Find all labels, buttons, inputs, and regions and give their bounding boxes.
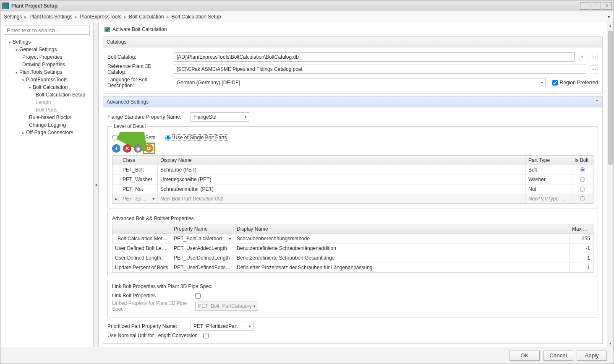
tree-item-drawing-properties[interactable]: Drawing Properties [4, 61, 90, 68]
cell-class[interactable]: PET_Sp...▾ [120, 194, 158, 203]
maximize-button[interactable]: □ [591, 2, 601, 10]
flange-value: FlangeStd [193, 114, 217, 120]
close-button[interactable]: ✕ [602, 2, 612, 10]
scrollbar-thumb[interactable] [608, 31, 613, 165]
scroll-up-icon[interactable]: ▴ [607, 22, 614, 29]
cell-label: User Defined Bolt Length: [112, 244, 171, 253]
collapse-icon[interactable]: ⌃ [595, 99, 599, 105]
tree-item-boltcalc[interactable]: Bolt Calculation [4, 83, 90, 91]
radio-single[interactable]: Use of Single Bolt Parts [165, 134, 228, 141]
view-row-button[interactable]: ◉ [134, 144, 142, 153]
col-propname[interactable]: Property Name [171, 224, 234, 234]
table-row[interactable]: PET_Nut Schraubenmutter (PET) Nut [112, 185, 593, 194]
table-row[interactable]: PET_Washer Unterlegscheibe (PET) Washer [112, 175, 593, 185]
cell-isbolt[interactable] [572, 165, 593, 174]
bolt-catalog-field[interactable]: [AD]\PlantExpressTools\BoltCalculation\B… [174, 52, 575, 62]
breadcrumb-item[interactable]: Bolt Calculation [129, 14, 164, 20]
region-preferred-label: Region Preferred [560, 80, 598, 86]
table-row-new[interactable]: ▸ PET_Sp...▾ New Bolt Part Definition 00… [112, 194, 593, 203]
breadcrumb-item[interactable]: Settings [4, 14, 22, 20]
table-row[interactable]: Bolt Calculation Method: PET_BoltCalcMet… [112, 234, 593, 244]
col-parttype[interactable]: Part Type [526, 156, 572, 165]
col-isbolt[interactable]: Is Bolt [572, 156, 593, 165]
scroll-down-icon[interactable]: ▾ [607, 340, 614, 347]
apply-button[interactable]: Apply [577, 351, 607, 361]
table-row[interactable]: Update Percent of Bolts PET_UserDefinedB… [112, 263, 593, 272]
table-row[interactable]: User Defined Bolt Length: PET_UserAddedL… [112, 244, 593, 253]
tree-item-project-properties[interactable]: Project Properties [4, 53, 90, 61]
tree-item-ruleblocks[interactable]: Rule-based Blocks [4, 114, 90, 121]
tree-item-boltcalc-setup[interactable]: Bolt Calculation Setup [4, 91, 90, 99]
boltparts-grid: Class Display Name Part Type Is Bolt PET… [112, 155, 593, 204]
link-properties-checkbox[interactable] [195, 293, 201, 299]
tree-item-settings[interactable]: Settings [4, 38, 90, 46]
add-row-button[interactable]: + [112, 144, 120, 153]
splitter[interactable]: ◂ [94, 22, 99, 347]
linkedprop-label: Linked Property for Plant 3D Pipe Spec: [112, 300, 192, 312]
browse-catalog-button[interactable]: ⋯ [590, 53, 598, 61]
breadcrumb-item[interactable]: PlantExpressTools [80, 14, 121, 20]
window-title: Plant Project Setup [11, 3, 580, 9]
ref3d-catalog-field[interactable]: [SC]\CPak ASME\ASME Pipes and Fittings C… [174, 65, 586, 74]
tree-item-plantexpress[interactable]: PlantExpressTools [4, 76, 90, 83]
cell-isbolt[interactable] [572, 194, 593, 203]
col-display[interactable]: Display Name [158, 156, 526, 165]
adv-boltset-header: Advanced Bolt && Boltset Properties [112, 216, 593, 221]
breadcrumb: Settings▸ PlantTools Settings▸ PlantExpr… [0, 11, 614, 22]
table-row[interactable]: User Defined Length: PET_UserDefinedLeng… [112, 253, 593, 263]
cell-class: PET_Bolt [120, 165, 158, 174]
cell-prop: PET_UserDefinedBoltsPercent [171, 263, 234, 272]
col-display[interactable]: Display Name [234, 224, 570, 234]
bolt-catalog-value: [AD]\PlantExpressTools\BoltCalculation\B… [177, 54, 299, 60]
language-dropdown[interactable]: German (Germany) [DE-DE] [174, 78, 546, 87]
delete-row-button[interactable]: ✕ [123, 144, 131, 153]
scrollbar[interactable]: ▴ ▾ [607, 22, 614, 347]
search-input[interactable] [4, 26, 90, 35]
activate-boltcalc-checkbox[interactable] [105, 27, 110, 32]
cell-prop[interactable]: PET_BoltCalcMethod▾ [171, 234, 234, 243]
lod-legend: Level of Detail [112, 123, 147, 129]
tree-item-planttools[interactable]: PlantTools Settings [4, 68, 90, 76]
breadcrumb-dropdown-icon[interactable]: ▾ [608, 14, 610, 20]
col-maxsize[interactable]: Max Size [570, 224, 593, 234]
ref3d-catalog-value: [SC]\CPak ASME\ASME Pipes and Fittings C… [177, 66, 302, 72]
cancel-button[interactable]: Cancel [543, 351, 573, 361]
cell-display: Schraubenmutter (PET) [158, 185, 526, 194]
region-preferred-checkbox[interactable] [552, 80, 558, 86]
advanced-settings-header[interactable]: Advanced Settings ⌃ [103, 96, 603, 107]
col-class[interactable]: Class [120, 156, 158, 165]
cell-isbolt[interactable] [572, 175, 593, 184]
refresh-button[interactable]: ⟳ [145, 144, 153, 153]
cell-isbolt[interactable] [572, 185, 593, 194]
radio-boltsets[interactable]: Use of Bolt Sets [112, 135, 155, 140]
table-row[interactable]: PET_Bolt Schraube (PET) Bolt [112, 165, 593, 175]
tree-item-length[interactable]: Length [4, 99, 90, 106]
catalogs-header: Catalogs [103, 37, 602, 47]
advanced-settings-label: Advanced Settings [107, 99, 149, 105]
tree-item-boltparts[interactable]: Bolt Parts [4, 106, 90, 114]
tree-item-changelog[interactable]: Change Logging [4, 121, 90, 129]
cell-max: -1 [570, 253, 593, 263]
ok-button[interactable]: OK [509, 351, 540, 361]
cell-label: Update Percent of Bolts [112, 263, 171, 272]
nominal-label: Use Nominal Unit for Length Conversion [107, 333, 200, 338]
breadcrumb-item[interactable]: PlantTools Settings [29, 14, 72, 20]
cell-class: PET_Washer [120, 175, 158, 184]
breadcrumb-item[interactable]: Bolt Calculation Setup [172, 14, 221, 20]
minimize-button[interactable]: — [580, 2, 590, 10]
nominal-unit-checkbox[interactable] [203, 333, 209, 338]
cell-display: Schraube (PET) [158, 165, 526, 174]
cell-label: User Defined Length: [112, 253, 171, 263]
link-header: Link Bolt Properties with Plant 3D Pipe … [112, 283, 593, 289]
add-catalog-button[interactable]: + [578, 53, 586, 61]
browse-ref3d-button[interactable]: ⋯ [590, 65, 598, 73]
tree-item-offpage[interactable]: Off-Page Connectors [4, 129, 90, 136]
cell-label: Bolt Calculation Method: [112, 234, 171, 243]
boltset-properties-grid: Property Name Display Name Max Size Bolt… [112, 224, 593, 273]
app-icon [2, 3, 9, 9]
cell-part: Bolt [526, 165, 572, 174]
tree-item-general[interactable]: General Settings [4, 46, 90, 53]
prioritized-dropdown[interactable]: PET_PrioritizedPart [191, 322, 253, 331]
language-label: Language for Bolt Description: [107, 77, 170, 88]
flange-dropdown[interactable]: FlangeStd [191, 112, 249, 122]
